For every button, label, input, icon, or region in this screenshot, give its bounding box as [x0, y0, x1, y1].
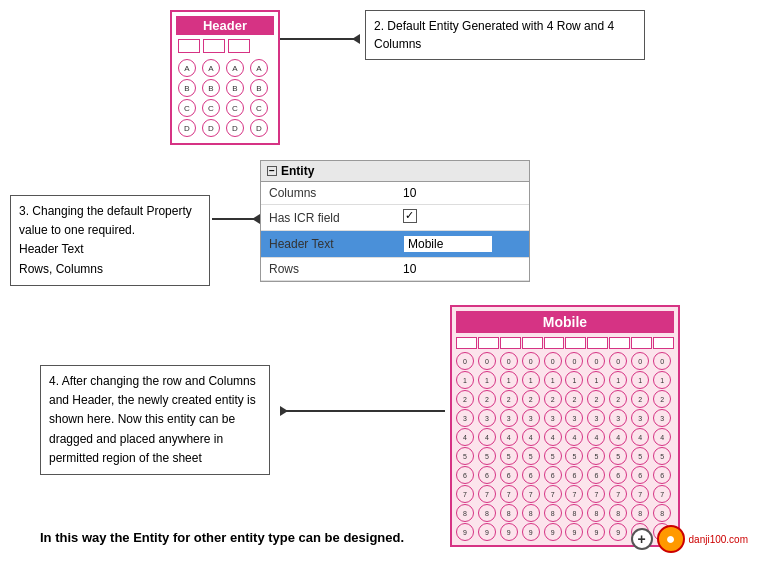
mobile-circle: 8: [478, 504, 496, 522]
header-cell-1: [178, 39, 200, 53]
entity-table-container: − Entity Columns10Has ICR fieldHeader Te…: [260, 160, 530, 282]
mobile-circle: 1: [631, 371, 649, 389]
callout-bottom-left: 4. After changing the row and Columns an…: [40, 365, 270, 475]
mobile-circle: 7: [522, 485, 540, 503]
entity-table-row: Columns10: [261, 182, 529, 205]
mobile-circle: 4: [653, 428, 671, 446]
mobile-circle: 3: [522, 409, 540, 427]
watermark-logo: ●: [657, 525, 685, 553]
mobile-top-cell: [522, 337, 543, 349]
entity-prop-label: Rows: [261, 258, 395, 281]
mobile-top-cell: [456, 337, 477, 349]
mobile-circle: 3: [609, 409, 627, 427]
mobile-circle: 9: [478, 523, 496, 541]
mobile-circle: 9: [609, 523, 627, 541]
mobile-top-cell: [587, 337, 608, 349]
mobile-circle: 4: [478, 428, 496, 446]
mobile-circle: 7: [478, 485, 496, 503]
mobile-circle: 6: [587, 466, 605, 484]
mobile-grid: 0000000000111111111122222222223333333333…: [456, 352, 674, 541]
grid-circle: B: [178, 79, 196, 97]
callout-top-text: 2. Default Entity Generated with 4 Row a…: [374, 19, 614, 51]
mobile-circle: 6: [456, 466, 474, 484]
mobile-circle: 9: [544, 523, 562, 541]
callout-top: 2. Default Entity Generated with 4 Row a…: [365, 10, 645, 60]
mobile-circle: 8: [456, 504, 474, 522]
mobile-circle: 5: [609, 447, 627, 465]
entity-prop-value: 10: [395, 182, 529, 205]
arrow-to-table: [212, 218, 260, 220]
mobile-circle: 4: [500, 428, 518, 446]
mobile-circle: 1: [565, 371, 583, 389]
entity-table-row: Rows10: [261, 258, 529, 281]
entity-prop-label: Has ICR field: [261, 205, 395, 231]
mobile-widget: Mobile 000000000011111111112222222222333…: [450, 305, 680, 547]
grid-circle: A: [178, 59, 196, 77]
bottom-text-content: In this way the Entity for other entity …: [40, 530, 404, 545]
mobile-circle: 5: [522, 447, 540, 465]
header-cell-3: [228, 39, 250, 53]
watermark-plus-icon: +: [631, 528, 653, 550]
mobile-circle: 2: [456, 390, 474, 408]
grid-circle: B: [202, 79, 220, 97]
grid-circle: C: [226, 99, 244, 117]
grid-circle: A: [226, 59, 244, 77]
mobile-circle: 4: [522, 428, 540, 446]
mobile-circle: 5: [587, 447, 605, 465]
mobile-circle: 0: [478, 352, 496, 370]
mobile-circle: 6: [609, 466, 627, 484]
mobile-circle: 3: [653, 409, 671, 427]
mobile-circle: 7: [609, 485, 627, 503]
mobile-circle: 7: [653, 485, 671, 503]
mobile-widget-title: Mobile: [456, 311, 674, 333]
mobile-circle: 9: [565, 523, 583, 541]
mobile-circle: 6: [631, 466, 649, 484]
grid-circle: D: [202, 119, 220, 137]
mobile-circle: 9: [522, 523, 540, 541]
mobile-top-row: [456, 337, 674, 349]
callout-left: 3. Changing the default Property value t…: [10, 195, 210, 286]
grid-circle: D: [250, 119, 268, 137]
mobile-circle: 4: [544, 428, 562, 446]
grid-circle: C: [178, 99, 196, 117]
mobile-circle: 6: [522, 466, 540, 484]
mobile-circle: 2: [522, 390, 540, 408]
mobile-circle: 8: [631, 504, 649, 522]
entity-table-row: Has ICR field: [261, 205, 529, 231]
mobile-circle: 7: [500, 485, 518, 503]
mobile-circle: 0: [609, 352, 627, 370]
mobile-circle: 9: [587, 523, 605, 541]
mobile-circle: 9: [456, 523, 474, 541]
checkbox-icon[interactable]: [403, 209, 417, 223]
grid-circle: D: [178, 119, 196, 137]
mobile-circle: 0: [565, 352, 583, 370]
mobile-circle: 6: [565, 466, 583, 484]
mobile-circle: 2: [544, 390, 562, 408]
collapse-icon[interactable]: −: [267, 166, 277, 176]
header-text-input[interactable]: [403, 235, 493, 253]
mobile-circle: 2: [631, 390, 649, 408]
watermark-text: danji100.com: [689, 534, 748, 545]
mobile-circle: 6: [544, 466, 562, 484]
mobile-circle: 7: [631, 485, 649, 503]
mobile-circle: 6: [478, 466, 496, 484]
mobile-circle: 5: [456, 447, 474, 465]
mobile-circle: 4: [587, 428, 605, 446]
arrow-mobile-to-callout: [280, 410, 445, 412]
mobile-circle: 4: [609, 428, 627, 446]
mobile-circle: 0: [653, 352, 671, 370]
mobile-circle: 7: [587, 485, 605, 503]
header-widget: Header AAAABBBBCCCCDDDD: [170, 10, 280, 145]
mobile-circle: 8: [653, 504, 671, 522]
mobile-circle: 3: [500, 409, 518, 427]
mobile-circle: 0: [456, 352, 474, 370]
mobile-top-cell: [653, 337, 674, 349]
mobile-circle: 5: [544, 447, 562, 465]
mobile-circle: 1: [478, 371, 496, 389]
entity-prop-value[interactable]: [395, 231, 529, 258]
grid-circle: D: [226, 119, 244, 137]
entity-properties-table: Columns10Has ICR fieldHeader TextRows10: [261, 182, 529, 281]
mobile-circle: 2: [500, 390, 518, 408]
mobile-circle: 0: [587, 352, 605, 370]
entity-prop-label: Columns: [261, 182, 395, 205]
